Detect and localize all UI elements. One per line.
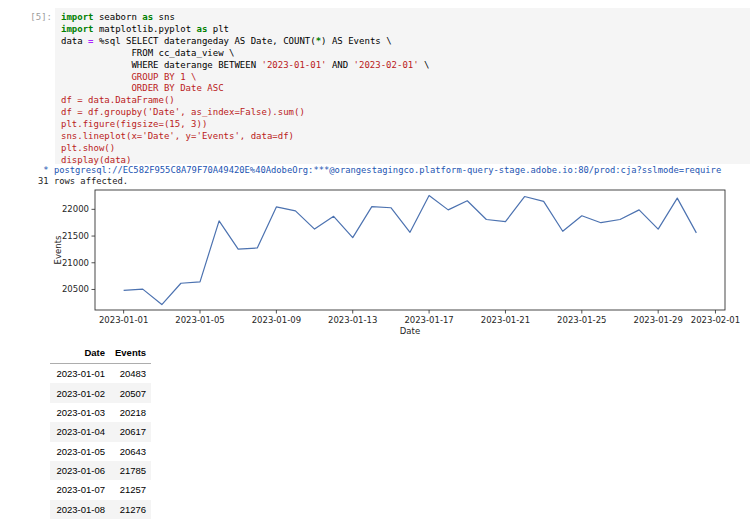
table-cell: 2023-01-08 [50, 500, 110, 519]
x-tick-label: 2023-01-17 [404, 315, 453, 325]
code-line: WHERE daterange BETWEEN '2023-01-01' AND… [61, 60, 750, 72]
x-tick-label: 2023-01-05 [175, 315, 224, 325]
code-line: ORDER BY Date ASC [61, 83, 750, 95]
code-line: GROUP BY 1 \ [61, 72, 750, 84]
table-cell: 21257 [110, 480, 151, 499]
table-cell: 2023-01-03 [50, 403, 110, 422]
table-row: 2023-01-0721257 [50, 480, 151, 499]
table-header-row: DateEvents [50, 342, 151, 364]
code-line: plt.show() [61, 143, 750, 155]
table-cell: 2023-01-07 [50, 480, 110, 499]
x-tick-label: 2023-02-01 [691, 315, 740, 325]
code-line: sns.lineplot(x='Date', y='Events', data=… [61, 131, 750, 143]
code-cell[interactable]: import seaborn as snsimport matplotlib.p… [55, 8, 750, 164]
code-line: df = data.DataFrame() [61, 95, 750, 107]
events-series-line [124, 195, 697, 304]
table-cell: 21276 [110, 500, 151, 519]
table-cell: 2023-01-02 [50, 383, 110, 402]
y-axis-title: Events [53, 235, 63, 264]
table-cell: 20507 [110, 383, 151, 402]
table-row: 2023-01-0220507 [50, 383, 151, 402]
code-line: data = %sql SELECT daterangeday AS Date,… [61, 36, 750, 48]
sql-connection-line: * postgresql://EC582F955C8A79F70A49420E%… [38, 165, 721, 175]
y-tick-label: 21500 [62, 231, 89, 241]
events-line-chart: 205002100021500220002023-01-012023-01-05… [48, 186, 748, 336]
plot-border [95, 190, 725, 310]
execution-count: [5]: [24, 12, 52, 22]
result-table: DateEvents 2023-01-01204832023-01-022050… [50, 342, 151, 521]
table-row: 2023-01-0320218 [50, 403, 151, 422]
x-tick-label: 2023-01-25 [557, 315, 606, 325]
x-tick-label: 2023-01-29 [633, 315, 682, 325]
table-cell: 2023-01-04 [50, 422, 110, 441]
x-tick-label: 2023-01-09 [252, 315, 301, 325]
code-line: df = df.groupby('Date', as_index=False).… [61, 107, 750, 119]
table-cell: 2023-01-05 [50, 442, 110, 461]
line-chart-figure: 205002100021500220002023-01-012023-01-05… [48, 186, 748, 336]
y-tick-label: 22000 [62, 204, 89, 214]
column-header: Date [50, 342, 110, 364]
table-row: 2023-01-0420617 [50, 422, 151, 441]
table-cell: 20643 [110, 442, 151, 461]
table-row: 2023-01-0821276 [50, 500, 151, 519]
x-tick-label: 2023-01-01 [99, 315, 148, 325]
code-line: FROM cc_data_view \ [61, 48, 750, 60]
code-editor[interactable]: import seaborn as snsimport matplotlib.p… [55, 8, 750, 167]
table-row: 2023-01-0520643 [50, 442, 151, 461]
table-cell: 2023-01-01 [50, 364, 110, 384]
x-tick-label: 2023-01-21 [481, 315, 530, 325]
y-tick-label: 20500 [62, 284, 89, 294]
table-cell: 20218 [110, 403, 151, 422]
table-row: 2023-01-0120483 [50, 364, 151, 384]
code-line: import seaborn as sns [61, 12, 750, 24]
x-axis-title: Date [400, 326, 420, 336]
table-cell: 2023-01-06 [50, 461, 110, 480]
table-row: 2023-01-0621785 [50, 461, 151, 480]
column-header: Events [110, 342, 151, 364]
table-cell: 20483 [110, 364, 151, 384]
code-line: plt.figure(figsize=(15, 3)) [61, 119, 750, 131]
rows-affected-text: 31 rows affected. [38, 176, 128, 186]
code-line: import matplotlib.pyplot as plt [61, 24, 750, 36]
y-tick-label: 21000 [62, 258, 89, 268]
x-tick-label: 2023-01-13 [328, 315, 377, 325]
table-cell: 21785 [110, 461, 151, 480]
table-cell: 20617 [110, 422, 151, 441]
